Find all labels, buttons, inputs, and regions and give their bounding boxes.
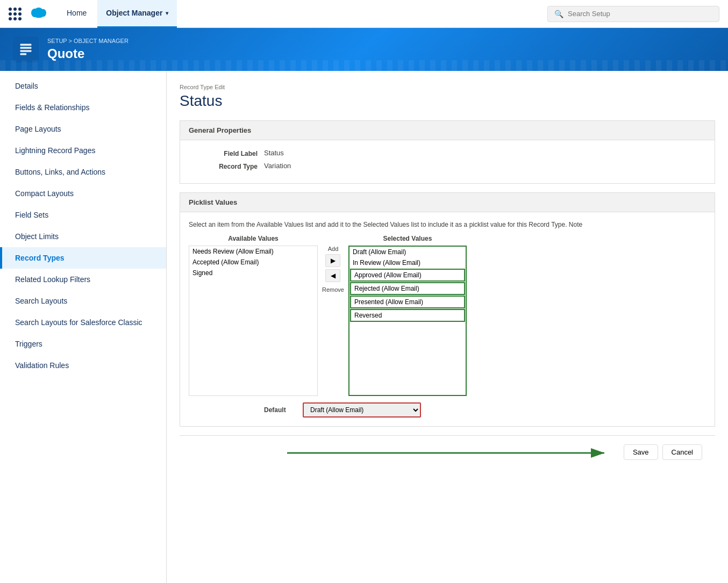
sidebar-item-buttons-links-actions[interactable]: Buttons, Links, and Actions <box>0 161 166 183</box>
field-label-value: Status <box>264 149 284 157</box>
nav-object-manager[interactable]: Object Manager ▾ <box>97 0 177 28</box>
save-arrow-indicator <box>180 436 667 469</box>
record-type-key: Record Type <box>189 162 264 170</box>
remove-label: Remove <box>322 286 344 293</box>
sidebar-item-search-layouts-classic[interactable]: Search Layouts for Salesforce Classic <box>0 312 166 333</box>
search-icon: 🔍 <box>554 10 563 18</box>
selected-item-3[interactable]: Rejected (Allow Email) <box>350 282 465 295</box>
picklist-values-section: Picklist Values Select an item from the … <box>180 192 715 427</box>
selected-values-col: Selected Values Draft (Allow Email) In R… <box>348 235 467 396</box>
sidebar-item-fields-relationships[interactable]: Fields & Relationships <box>0 97 166 118</box>
sidebar-item-search-layouts[interactable]: Search Layouts <box>0 290 166 312</box>
svg-rect-5 <box>20 47 32 49</box>
sidebar-item-validation-rules[interactable]: Validation Rules <box>0 355 166 376</box>
available-values-label: Available Values <box>189 235 318 242</box>
sidebar-item-related-lookup-filters[interactable]: Related Lookup Filters <box>0 269 166 290</box>
app-title-section: SETUP > OBJECT MANAGER Quote <box>47 38 129 61</box>
general-properties-body: Field Label Status Record Type Variation <box>180 140 715 183</box>
record-type-edit-label: Record Type Edit <box>180 84 715 90</box>
picklist-description: Select an item from the Available Values… <box>189 221 706 228</box>
default-select[interactable]: Draft (Allow Email) In Review (Allow Ema… <box>303 402 421 418</box>
available-values-col: Available Values Needs Review (Allow Ema… <box>189 235 318 396</box>
svg-point-3 <box>34 12 44 18</box>
salesforce-logo[interactable] <box>28 2 58 25</box>
search-setup-bar[interactable]: 🔍 <box>547 6 719 22</box>
add-remove-controls: Add ▶ ◀ Remove <box>318 246 348 293</box>
object-icon-box <box>13 37 39 62</box>
sidebar-item-details[interactable]: Details <box>0 75 166 97</box>
cancel-button[interactable]: Cancel <box>662 444 702 460</box>
picklist-columns: Available Values Needs Review (Allow Ema… <box>189 235 706 396</box>
content-area: Record Type Edit Status General Properti… <box>167 71 728 583</box>
default-label: Default <box>264 406 296 414</box>
sidebar-item-record-types[interactable]: Record Types <box>0 247 166 269</box>
record-type-row: Record Type Variation <box>189 162 706 170</box>
available-item-0[interactable]: Needs Review (Allow Email) <box>189 246 317 257</box>
object-icon <box>18 42 33 57</box>
breadcrumb-setup-link[interactable]: SETUP <box>47 38 67 44</box>
app-header: SETUP > OBJECT MANAGER Quote <box>0 28 728 71</box>
action-bar: Save Cancel <box>180 435 715 469</box>
selected-values-list: Draft (Allow Email) In Review (Allow Ema… <box>349 247 466 395</box>
top-navigation-bar: Home Object Manager ▾ 🔍 <box>0 0 728 28</box>
nav-links: Home Object Manager ▾ <box>58 0 177 27</box>
picklist-values-body: Select an item from the Available Values… <box>180 212 715 426</box>
selected-values-label: Selected Values <box>348 235 467 242</box>
record-type-value: Variation <box>264 162 291 170</box>
field-label-key: Field Label <box>189 149 264 157</box>
main-layout: Details Fields & Relationships Page Layo… <box>0 71 728 583</box>
breadcrumb-object-manager-link[interactable]: OBJECT MANAGER <box>74 38 129 44</box>
breadcrumb: SETUP > OBJECT MANAGER <box>47 38 129 44</box>
app-launcher-icon[interactable] <box>9 8 22 20</box>
sidebar-item-triggers[interactable]: Triggers <box>0 333 166 355</box>
sidebar-item-lightning-record-pages[interactable]: Lightning Record Pages <box>0 140 166 161</box>
general-properties-header: General Properties <box>180 121 715 140</box>
sidebar-item-field-sets[interactable]: Field Sets <box>0 204 166 226</box>
field-label-row: Field Label Status <box>189 149 706 157</box>
remove-button[interactable]: ◀ <box>325 269 340 282</box>
svg-rect-7 <box>20 53 27 55</box>
object-manager-chevron-icon: ▾ <box>166 10 168 16</box>
selected-item-1[interactable]: In Review (Allow Email) <box>349 257 466 268</box>
status-title: Status <box>180 92 715 110</box>
sidebar-item-page-layouts[interactable]: Page Layouts <box>0 118 166 140</box>
selected-item-2[interactable]: Approved (Allow Email) <box>350 269 465 282</box>
sidebar-item-compact-layouts[interactable]: Compact Layouts <box>0 183 166 204</box>
selected-item-4[interactable]: Presented (Allow Email) <box>350 296 465 308</box>
selected-values-listbox[interactable]: Draft (Allow Email) In Review (Allow Ema… <box>348 246 467 396</box>
selected-item-0[interactable]: Draft (Allow Email) <box>349 247 466 257</box>
search-input[interactable] <box>568 10 712 18</box>
page-title: Quote <box>47 46 129 61</box>
general-properties-section: General Properties Field Label Status Re… <box>180 120 715 184</box>
sidebar: Details Fields & Relationships Page Layo… <box>0 71 167 583</box>
add-label: Add <box>328 246 339 252</box>
sidebar-item-object-limits[interactable]: Object Limits <box>0 226 166 247</box>
save-button[interactable]: Save <box>624 444 658 460</box>
picklist-values-header: Picklist Values <box>180 193 715 212</box>
default-row: Default Draft (Allow Email) In Review (A… <box>189 402 706 418</box>
available-values-listbox[interactable]: Needs Review (Allow Email) Accepted (All… <box>189 246 318 396</box>
available-item-1[interactable]: Accepted (Allow Email) <box>189 257 317 268</box>
svg-rect-4 <box>20 44 32 46</box>
svg-rect-6 <box>20 50 32 52</box>
nav-home[interactable]: Home <box>58 0 95 28</box>
available-item-2[interactable]: Signed <box>189 268 317 278</box>
selected-item-5[interactable]: Reversed <box>350 309 465 322</box>
available-values-list: Needs Review (Allow Email) Accepted (All… <box>189 246 317 395</box>
add-button[interactable]: ▶ <box>325 254 340 267</box>
